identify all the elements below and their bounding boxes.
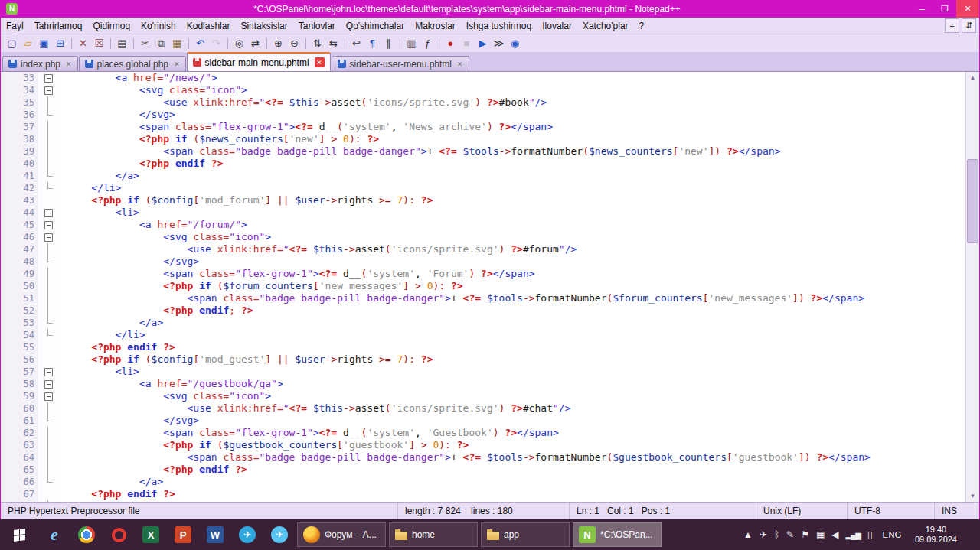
redo-icon[interactable]: ↷: [209, 36, 224, 50]
save-all-icon[interactable]: ⊞: [53, 36, 67, 50]
menu-tanlovlar[interactable]: Tanlovlar: [293, 19, 341, 33]
fold-toggle-icon[interactable]: [38, 366, 60, 378]
menu-kodlashlar[interactable]: Kodlashlar: [181, 19, 236, 33]
menu-xatcho-plar[interactable]: Xatcho'plar: [577, 19, 634, 33]
pen-icon[interactable]: ✎: [786, 529, 794, 540]
code-area[interactable]: 33 <a href="/news/">34 <svg class="icon"…: [1, 72, 965, 502]
tab-sidebar-user-menu-phtml[interactable]: sidebar-user-menu.phtml✕: [332, 56, 469, 71]
pinned-chrome[interactable]: [70, 519, 103, 550]
menu-makroslar[interactable]: Makroslar: [410, 19, 461, 33]
pinned-ie[interactable]: e: [38, 519, 70, 550]
bluetooth-icon[interactable]: ᛒ: [774, 529, 779, 540]
fold-toggle-icon[interactable]: [38, 84, 60, 96]
fold-toggle-icon[interactable]: [38, 390, 60, 402]
close-button[interactable]: ✕: [956, 0, 979, 18]
hidden-icons-chevron-icon[interactable]: ▲: [743, 529, 753, 540]
pinned-telegram-2[interactable]: ✈: [263, 519, 296, 550]
menu-sintaksislar[interactable]: Sintaksislar: [235, 19, 292, 33]
record-macro-icon[interactable]: ●: [443, 36, 458, 50]
play-macro-icon[interactable]: ▶: [475, 36, 490, 50]
scrollbar-track[interactable]: [966, 83, 979, 490]
opera-icon: [112, 528, 126, 542]
stop-record-icon[interactable]: ■: [459, 36, 474, 50]
monitor-icon[interactable]: ▦: [816, 529, 825, 540]
close-icon[interactable]: ✕: [76, 36, 90, 50]
status-encoding[interactable]: UTF-8: [847, 503, 934, 519]
undo-icon[interactable]: ↶: [193, 36, 207, 50]
taskbar-window-форум-a[interactable]: Форум – A...: [297, 522, 386, 547]
close-all-icon[interactable]: ☒: [92, 36, 106, 50]
telegram-tray-icon[interactable]: ✈: [760, 529, 767, 540]
zoom-out-icon[interactable]: ⊖: [287, 36, 302, 50]
tab-sidebar-main-menu-phtml[interactable]: sidebar-main-menu.phtml✕: [187, 52, 331, 71]
save-macro-icon[interactable]: ◉: [508, 36, 522, 50]
code-line: 59 <svg class="icon">: [1, 390, 965, 402]
tab-index-php[interactable]: index.php✕: [2, 56, 78, 71]
fold-toggle-icon[interactable]: [38, 378, 60, 390]
new-file-icon[interactable]: ▢: [5, 36, 19, 50]
menu-tahrirlamoq[interactable]: Tahrirlamoq: [29, 19, 88, 33]
function-list-icon[interactable]: ƒ: [420, 36, 435, 50]
print-icon[interactable]: ▤: [115, 36, 129, 50]
editor[interactable]: 33 <a href="/news/">34 <svg class="icon"…: [1, 72, 979, 502]
word-wrap-icon[interactable]: ↩: [349, 36, 364, 50]
flag-icon[interactable]: ⚑: [801, 529, 809, 540]
notepadpp-icon[interactable]: N: [6, 3, 18, 15]
fold-toggle-icon[interactable]: [38, 207, 60, 219]
pinned-word[interactable]: W: [199, 519, 231, 550]
replace-icon[interactable]: ⇄: [248, 36, 263, 50]
network-icon[interactable]: ▂▄▆: [846, 531, 861, 539]
fold-toggle-icon[interactable]: [38, 72, 60, 84]
battery-icon[interactable]: ▯: [867, 529, 873, 540]
zoom-in-icon[interactable]: ⊕: [271, 36, 286, 50]
indent-guide-icon[interactable]: ∥: [381, 36, 396, 50]
open-file-icon[interactable]: ▱: [21, 36, 35, 50]
save-icon[interactable]: ▣: [37, 36, 51, 50]
sync-horizontal-icon[interactable]: ⇆: [326, 36, 341, 50]
new-tab-button[interactable]: +: [945, 18, 959, 33]
taskbar-window-home[interactable]: home: [389, 522, 478, 547]
sync-vertical-icon[interactable]: ⇅: [310, 36, 325, 50]
document-map-icon[interactable]: ▥: [404, 36, 419, 50]
tab-close-icon[interactable]: ✕: [315, 57, 325, 67]
pinned-excel[interactable]: X: [135, 519, 167, 550]
taskbar-window-app[interactable]: app: [481, 522, 570, 547]
taskbar-window-c-ospan[interactable]: N*C:\OSPan...: [573, 522, 662, 547]
toolbar-separator: [439, 38, 439, 49]
status-typing-mode[interactable]: INS: [934, 503, 979, 519]
show-all-characters-icon[interactable]: ¶: [365, 36, 380, 50]
restore-button[interactable]: ❐: [933, 0, 956, 18]
tab-scroll-button[interactable]: ⇵: [962, 18, 976, 33]
find-icon[interactable]: ◎: [232, 36, 247, 50]
fold-toggle-icon[interactable]: [38, 219, 60, 231]
minimize-button[interactable]: ─: [910, 0, 933, 18]
menu-qo-shimchalar[interactable]: Qo'shimchalar: [341, 19, 410, 33]
cut-icon[interactable]: ✂: [138, 36, 152, 50]
tab-close-icon[interactable]: ✕: [174, 60, 180, 68]
status-eol[interactable]: Unix (LF): [756, 503, 847, 519]
tab-places-global-php[interactable]: places.global.php✕: [79, 56, 186, 71]
pinned-opera[interactable]: [103, 519, 135, 550]
menu-ishga-tushirmoq[interactable]: Ishga tushirmoq: [461, 19, 537, 33]
start-button[interactable]: [0, 519, 38, 550]
menu-qidirmoq[interactable]: Qidirmoq: [87, 19, 136, 33]
menu-[interactable]: ?: [634, 19, 650, 33]
language-indicator[interactable]: ENG: [883, 530, 902, 539]
title-bar[interactable]: N *C:\OSPanel\home\john.loc\themes\defau…: [1, 0, 979, 18]
paste-icon[interactable]: ▦: [170, 36, 185, 50]
menu-ilovalar[interactable]: Ilovalar: [537, 19, 577, 33]
taskbar-clock[interactable]: 19:40 09.09.2024: [915, 525, 957, 545]
scroll-up-button[interactable]: ▲: [966, 72, 979, 83]
volume-icon[interactable]: ◀: [831, 529, 838, 540]
menu-fayl[interactable]: Fayl: [1, 19, 29, 33]
copy-icon[interactable]: ⧉: [154, 36, 168, 50]
tab-close-icon[interactable]: ✕: [66, 60, 72, 68]
pinned-powerpoint[interactable]: P: [167, 519, 199, 550]
menu-ko-rinish[interactable]: Ko'rinish: [136, 19, 181, 33]
run-macro-multiple-icon[interactable]: ≫: [492, 36, 506, 50]
fold-toggle-icon[interactable]: [38, 231, 60, 243]
tab-close-icon[interactable]: ✕: [457, 60, 463, 68]
pinned-telegram[interactable]: ✈: [231, 519, 263, 550]
scroll-down-button[interactable]: ▼: [966, 490, 979, 502]
scrollbar-thumb[interactable]: [967, 159, 978, 243]
